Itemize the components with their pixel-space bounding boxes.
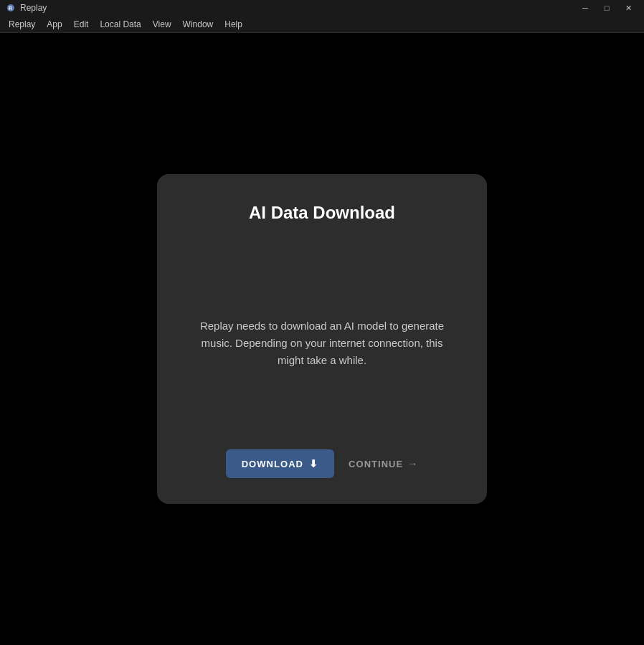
- menu-item-edit[interactable]: Edit: [68, 17, 95, 32]
- dialog-title: AI Data Download: [249, 203, 395, 223]
- title-bar-left: R Replay: [6, 3, 47, 13]
- close-button[interactable]: ✕: [618, 1, 638, 14]
- title-bar-controls: ─ □ ✕: [575, 1, 638, 14]
- continue-button-label: CONTINUE: [349, 459, 403, 469]
- title-bar: R Replay ─ □ ✕: [0, 0, 644, 16]
- menu-item-view[interactable]: View: [147, 17, 177, 32]
- main-content: AI Data Download Replay needs to downloa…: [0, 33, 644, 645]
- svg-text:R: R: [9, 6, 12, 11]
- minimize-button[interactable]: ─: [575, 1, 595, 14]
- dialog-actions: DOWNLOAD ⬇ CONTINUE →: [226, 449, 419, 478]
- menu-item-window[interactable]: Window: [177, 17, 219, 32]
- arrow-right-icon: →: [407, 458, 418, 469]
- download-button[interactable]: DOWNLOAD ⬇: [226, 449, 334, 478]
- menu-item-help[interactable]: Help: [219, 17, 248, 32]
- menu-item-local-data[interactable]: Local Data: [94, 17, 146, 32]
- dialog-card: AI Data Download Replay needs to downloa…: [157, 174, 487, 504]
- dialog-description: Replay needs to download an AI model to …: [193, 317, 451, 369]
- menu-bar: Replay App Edit Local Data View Window H…: [0, 16, 644, 33]
- menu-item-replay[interactable]: Replay: [3, 17, 41, 32]
- dialog-body: Replay needs to download an AI model to …: [193, 252, 451, 435]
- app-icon: R: [6, 3, 16, 13]
- menu-item-app[interactable]: App: [41, 17, 67, 32]
- download-button-label: DOWNLOAD: [242, 459, 303, 469]
- maximize-button[interactable]: □: [597, 1, 617, 14]
- download-icon: ⬇: [309, 458, 318, 469]
- title-bar-title: Replay: [20, 3, 47, 13]
- continue-button[interactable]: CONTINUE →: [349, 458, 418, 469]
